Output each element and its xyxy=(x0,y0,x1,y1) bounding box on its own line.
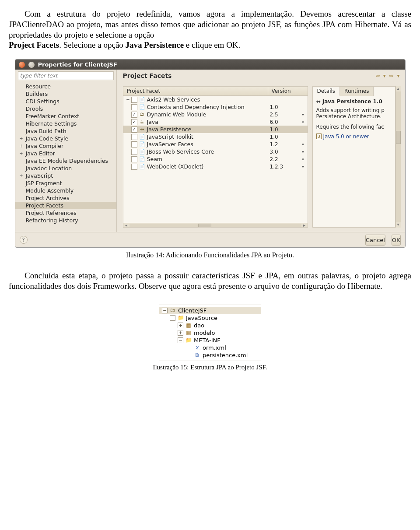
sidebar-item[interactable]: +JavaScript xyxy=(15,172,116,179)
sidebar-item[interactable]: Javadoc Location xyxy=(15,165,116,172)
dropdown-icon[interactable]: ▾ xyxy=(301,157,306,161)
close-icon[interactable] xyxy=(19,62,25,68)
project-tree: −🗂ClienteJSF−📁JavaSource+▦dao+▦modelo−📁M… xyxy=(159,305,261,361)
sidebar-item[interactable]: Project References xyxy=(15,209,116,217)
facet-icon: 📄 xyxy=(139,149,145,154)
cancel-button[interactable]: Cancel xyxy=(365,235,385,246)
expand-icon[interactable]: − xyxy=(178,337,183,343)
node-icon: 🗎 xyxy=(194,352,201,358)
sidebar-item[interactable]: Hibernate Settings xyxy=(15,120,116,127)
facet-row[interactable]: 📄Contexts and Dependency Injection1.0 xyxy=(123,103,308,111)
detail-requires: Requires the following fac xyxy=(316,124,392,130)
sidebar-item[interactable]: Builders xyxy=(15,90,116,98)
facet-icon: 📄 xyxy=(139,104,145,110)
tree-row[interactable]: 🗎persistence.xml xyxy=(159,351,261,359)
sidebar-item[interactable]: Project Archives xyxy=(15,194,116,202)
facet-icon: 📄 xyxy=(139,97,145,102)
dropdown-icon[interactable]: ▾ xyxy=(301,142,306,147)
minimize-icon[interactable] xyxy=(28,62,35,68)
tree-row[interactable]: +▦dao xyxy=(159,322,261,329)
sidebar-item[interactable]: Java Build Path xyxy=(15,127,116,135)
sidebar-item[interactable]: Drools xyxy=(15,105,116,112)
sidebar-item[interactable]: FreeMarker Context xyxy=(15,112,116,120)
checkbox-icon[interactable] xyxy=(131,149,137,155)
checkbox-icon[interactable] xyxy=(131,141,137,147)
checkbox-icon[interactable] xyxy=(131,156,137,162)
sidebar-item[interactable]: Resource xyxy=(15,83,116,90)
sidebar-item[interactable]: Java EE Module Dependencies xyxy=(15,157,116,165)
expand-icon[interactable]: − xyxy=(162,308,168,313)
dialog-title: Properties for ClienteJSF xyxy=(38,61,117,68)
h-scrollbar[interactable]: ◂▸ xyxy=(123,223,308,227)
facet-table: Project Facet Version +📄Axis2 Web Servic… xyxy=(123,86,308,228)
sidebar: ResourceBuildersCDI SettingsDroolsFreeMa… xyxy=(15,70,117,232)
checkbox-icon[interactable] xyxy=(131,104,137,110)
sidebar-item[interactable]: Project Facets xyxy=(15,202,116,209)
facet-row[interactable]: 📄JavaServer Faces1.2▾ xyxy=(123,140,308,148)
facet-row[interactable]: 📄JBoss Web Services Core3.0▾ xyxy=(123,148,308,155)
java-icon: 🄹 xyxy=(316,133,322,140)
sidebar-item[interactable]: Module Assembly xyxy=(15,187,116,194)
sidebar-item[interactable]: +Java Editor xyxy=(15,150,116,157)
expand-icon[interactable]: − xyxy=(170,315,175,321)
p1-d: Java Persistence xyxy=(126,40,184,49)
expand-icon[interactable]: + xyxy=(178,330,183,336)
dropdown-icon[interactable]: ▾ xyxy=(301,120,306,124)
facet-icon: 🗂 xyxy=(139,112,145,117)
req-item: 🄹 Java 5.0 or newer xyxy=(316,133,392,140)
facet-row[interactable]: 📄JavaScript Toolkit1.0 xyxy=(123,133,308,140)
v-scrollbar[interactable]: ▴▾ xyxy=(396,86,401,228)
facet-row[interactable]: 📄Seam2.2▾ xyxy=(123,155,308,163)
tree-row[interactable]: −📁JavaSource xyxy=(159,314,261,322)
facet-row[interactable]: +📄Axis2 Web Services xyxy=(123,96,308,103)
tab-runtimes[interactable]: Runtimes xyxy=(340,87,374,96)
p1-c: . Selecione a opção xyxy=(59,40,125,49)
tree-row[interactable]: −📁META-INF xyxy=(159,337,261,344)
facet-icon: ☕ xyxy=(139,119,145,125)
p1-e: e clique em OK. xyxy=(184,40,240,49)
p2: Concluída esta etapa, o projeto passa a … xyxy=(9,270,411,291)
sidebar-item[interactable]: CDI Settings xyxy=(15,98,116,105)
sidebar-item[interactable]: +Java Code Style xyxy=(15,135,116,142)
details-panel: Details Runtimes ↔ Java Persistence 1.0 … xyxy=(312,86,396,228)
checkbox-icon[interactable]: ✓ xyxy=(131,112,137,118)
help-icon[interactable]: ? xyxy=(20,236,28,244)
facet-row[interactable]: ✓☕Java6.0▾ xyxy=(123,118,308,126)
col-version[interactable]: Version xyxy=(268,87,308,95)
expand-icon[interactable]: + xyxy=(178,323,183,328)
ok-button[interactable]: OK xyxy=(392,235,401,246)
checkbox-icon[interactable] xyxy=(131,97,137,103)
sidebar-item[interactable]: JSP Fragment xyxy=(15,179,116,187)
facet-row[interactable]: ✓↔Java Persistence1.0 xyxy=(123,126,308,133)
checkbox-icon[interactable]: ✓ xyxy=(131,126,137,133)
checkbox-icon[interactable] xyxy=(131,164,137,170)
dropdown-icon[interactable]: ▾ xyxy=(301,165,306,169)
node-icon: ▦ xyxy=(185,322,192,328)
caption-14: Ilustração 14: Adicionando Funcionalidad… xyxy=(9,251,411,259)
nav-arrows[interactable]: ⇦ ▾ ⇨ ▾ xyxy=(375,73,401,79)
detail-heading: ↔ Java Persistence 1.0 xyxy=(316,98,392,105)
facet-row[interactable]: 📄WebDoclet (XDoclet)1.2.3▾ xyxy=(123,163,308,170)
body-paragraph-1: Com a estrutura do projeto redefinida, v… xyxy=(9,9,411,50)
tree-row[interactable]: +▦modelo xyxy=(159,329,261,337)
filter-box xyxy=(18,71,114,80)
tab-details[interactable]: Details xyxy=(313,87,340,96)
facet-icon: 📄 xyxy=(139,164,145,169)
dropdown-icon[interactable]: ▾ xyxy=(301,112,306,117)
sidebar-tree: ResourceBuildersCDI SettingsDroolsFreeMa… xyxy=(15,83,116,227)
tree-row[interactable]: x͟orm.xml xyxy=(159,344,261,351)
sidebar-item[interactable]: +Java Compiler xyxy=(15,142,116,150)
req-link[interactable]: Java 5.0 or newer xyxy=(323,133,369,140)
checkbox-icon[interactable]: ✓ xyxy=(131,119,137,125)
sidebar-item[interactable]: Refactoring History xyxy=(15,217,116,224)
col-facet[interactable]: Project Facet xyxy=(123,87,268,95)
main-title: Project Facets xyxy=(123,72,375,79)
facet-row[interactable]: ✓🗂Dynamic Web Module2.5▾ xyxy=(123,111,308,118)
dropdown-icon[interactable]: ▾ xyxy=(301,150,306,154)
facet-icon: 📄 xyxy=(139,134,145,140)
filter-input[interactable] xyxy=(18,71,114,80)
checkbox-icon[interactable] xyxy=(131,134,137,140)
titlebar: Properties for ClienteJSF xyxy=(15,60,405,70)
facet-icon: ↔ xyxy=(139,126,145,132)
tree-row[interactable]: −🗂ClienteJSF xyxy=(159,307,261,314)
